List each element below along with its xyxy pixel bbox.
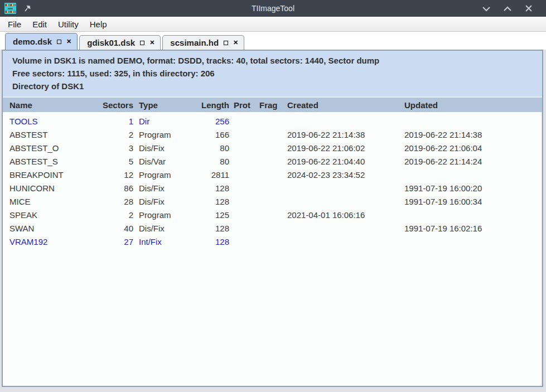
menu-item-edit[interactable]: Edit: [27, 18, 52, 31]
tab-gdisk01-dsk[interactable]: gdisk01.dsk ✕: [79, 35, 161, 50]
length-cell: 128: [194, 197, 229, 206]
sectors-cell: 40: [93, 224, 133, 233]
table-row[interactable]: ABSTEST_S 5 Dis/Var 80 2019-06-22 21:04:…: [3, 154, 542, 168]
table-row[interactable]: TOOLS 1 Dir 256: [3, 114, 542, 128]
length-cell: 128: [194, 237, 229, 246]
file-name-cell[interactable]: SWAN: [3, 224, 93, 233]
created-cell: 2019-06-22 21:14:38: [285, 130, 402, 139]
menu-item-help[interactable]: Help: [84, 18, 113, 31]
type-cell: Dis/Fix: [133, 197, 194, 206]
table-row[interactable]: VRAM192 27 Int/Fix 128: [3, 235, 542, 248]
type-cell: Dis/Fix: [133, 143, 194, 153]
updated-cell: 1991-07-19 16:00:34: [402, 197, 542, 206]
menu-item-utility[interactable]: Utility: [52, 18, 84, 31]
column-header-frag: Frag: [257, 100, 285, 110]
created-cell: 2021-04-01 16:06:16: [285, 210, 402, 220]
sectors-cell: 3: [93, 143, 133, 153]
file-name-cell[interactable]: ABSTEST_O: [3, 143, 93, 153]
tab-close-icon[interactable]: ✕: [149, 40, 154, 46]
table-row[interactable]: MICE 28 Dis/Fix 128 1991-07-19 16:00:34: [3, 195, 542, 208]
app-window: TIImageTool File Edit Utility Help demo.…: [0, 0, 546, 392]
close-icon: [525, 5, 532, 12]
volume-info-line-2: Free sectors: 1115, used: 325, in this d…: [12, 67, 537, 80]
chevron-down-icon: [482, 6, 490, 11]
table-row[interactable]: ABSTEST 2 Program 166 2019-06-22 21:14:3…: [3, 128, 542, 141]
table-row[interactable]: BREAKPOINT 12 Program 2811 2024-02-23 23…: [3, 168, 542, 181]
title-bar: TIImageTool: [0, 0, 546, 17]
column-header-prot: Prot: [229, 100, 257, 110]
tab-float-icon[interactable]: [140, 41, 144, 45]
tab-close-icon[interactable]: ✕: [66, 38, 71, 45]
sectors-cell: 28: [93, 197, 133, 206]
length-cell: 128: [194, 224, 229, 233]
updated-cell: 2019-06-22 21:14:24: [402, 157, 542, 166]
sectors-cell: 2: [93, 210, 133, 220]
table-row[interactable]: HUNICORN 86 Dis/Fix 128 1991-07-19 16:00…: [3, 181, 542, 195]
window-controls: [476, 0, 546, 17]
table-row[interactable]: SWAN 40 Dis/Fix 128 1991-07-19 16:02:16: [3, 221, 542, 235]
type-cell: Program: [133, 210, 194, 220]
column-header-created: Created: [285, 100, 402, 110]
type-cell: Program: [133, 170, 194, 180]
column-header-type: Type: [133, 100, 194, 110]
length-cell: 256: [194, 117, 229, 126]
tab-close-icon[interactable]: ✕: [233, 40, 238, 46]
sectors-cell: 12: [93, 170, 133, 180]
updated-cell: 1991-07-19 16:00:20: [402, 183, 542, 193]
icon-pixel-strip-top: [5, 4, 16, 6]
file-name-cell[interactable]: HUNICORN: [3, 183, 93, 193]
image-content-pane: Volume in DSK1 is named DEMO, format: DS…: [2, 50, 543, 387]
updated-cell: 1991-07-19 16:02:16: [402, 224, 542, 233]
minimize-button[interactable]: [476, 0, 497, 17]
file-name-cell[interactable]: TOOLS: [3, 117, 93, 126]
close-button[interactable]: [518, 0, 539, 17]
file-name-cell[interactable]: VRAM192: [3, 237, 93, 246]
length-cell: 125: [194, 210, 229, 220]
tab-float-icon[interactable]: [57, 40, 61, 44]
tab-demo-dsk[interactable]: demo.dsk ✕: [5, 33, 78, 50]
created-cell: 2024-02-23 23:34:52: [285, 170, 402, 180]
table-row[interactable]: ABSTEST_O 3 Dis/Fix 80 2019-06-22 21:06:…: [3, 141, 542, 154]
length-cell: 128: [194, 183, 229, 193]
length-cell: 80: [194, 143, 229, 153]
type-cell: Program: [133, 130, 194, 139]
file-name-cell[interactable]: MICE: [3, 197, 93, 206]
file-table-header: Name Sectors Type Length Prot Frag Creat…: [3, 98, 542, 112]
updated-cell: 2019-06-22 21:14:38: [402, 130, 542, 139]
file-name-cell[interactable]: SPEAK: [3, 210, 93, 220]
length-cell: 2811: [194, 170, 229, 180]
created-cell: 2019-06-22 21:06:02: [285, 143, 402, 153]
table-row[interactable]: SPEAK 2 Program 125 2021-04-01 16:06:16: [3, 208, 542, 221]
tab-float-icon[interactable]: [224, 41, 228, 45]
menu-item-file[interactable]: File: [2, 18, 27, 31]
maximize-button[interactable]: [497, 0, 518, 17]
tab-label: demo.dsk: [13, 37, 52, 46]
tab-scsimain-hd[interactable]: scsimain.hd ✕: [162, 35, 244, 50]
volume-info-line-1: Volume in DSK1 is named DEMO, format: DS…: [12, 54, 537, 67]
window-title: TIImageTool: [0, 4, 546, 13]
type-cell: Dis/Fix: [133, 224, 194, 233]
sectors-cell: 86: [93, 183, 133, 193]
updated-cell: 2019-06-22 21:06:04: [402, 143, 542, 153]
tab-bar: demo.dsk ✕ gdisk01.dsk ✕ scsimain.hd ✕: [0, 32, 546, 50]
length-cell: 166: [194, 130, 229, 139]
file-name-cell[interactable]: ABSTEST_S: [3, 157, 93, 166]
app-icon: [4, 3, 16, 14]
column-header-updated: Updated: [402, 100, 542, 110]
chevron-up-icon: [504, 6, 511, 11]
menu-bar: File Edit Utility Help: [0, 17, 546, 32]
column-header-name: Name: [3, 100, 93, 110]
pin-icon[interactable]: [23, 4, 32, 13]
sectors-cell: 5: [93, 157, 133, 166]
type-cell: Dis/Fix: [133, 183, 194, 193]
volume-info-line-3: Directory of DSK1: [12, 80, 537, 93]
tab-label: gdisk01.dsk: [87, 38, 135, 47]
length-cell: 80: [194, 157, 229, 166]
sectors-cell: 27: [93, 237, 133, 246]
sectors-cell: 2: [93, 130, 133, 139]
file-table-body: TOOLS 1 Dir 256 ABSTEST 2 Program 166 20…: [3, 112, 542, 386]
file-name-cell[interactable]: BREAKPOINT: [3, 170, 93, 180]
column-header-length: Length: [194, 100, 229, 110]
created-cell: 2019-06-22 21:04:40: [285, 157, 402, 166]
file-name-cell[interactable]: ABSTEST: [3, 130, 93, 139]
